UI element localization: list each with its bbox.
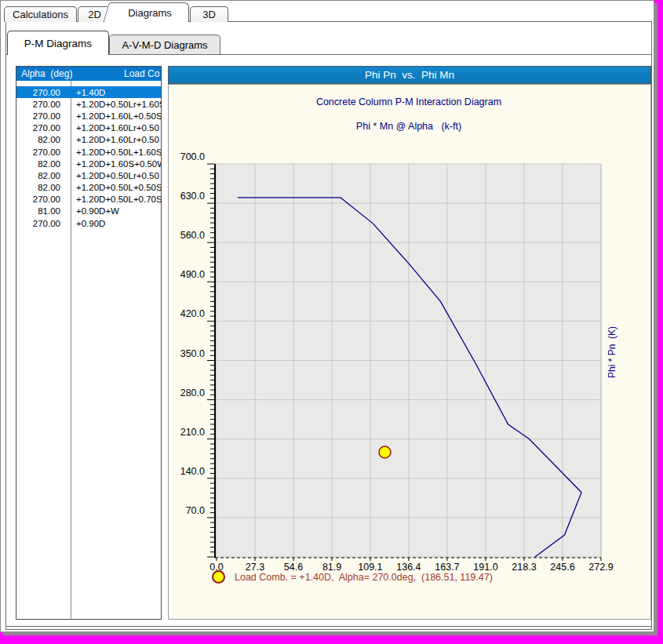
- pm-chart-svg: 70.0140.0210.0280.0350.0420.0490.0560.06…: [169, 85, 650, 619]
- cell-alpha: 270.00: [16, 219, 71, 228]
- table-row[interactable]: 81.00+0.90D+W: [16, 206, 161, 217]
- tab-2d-label: 2D: [88, 9, 101, 20]
- load-point-marker: [379, 446, 391, 458]
- svg-text:218.3: 218.3: [512, 562, 536, 573]
- table-row[interactable]: 82.00+1.20D+0.50Lr+0.50: [16, 169, 161, 181]
- svg-text:420.0: 420.0: [180, 308, 205, 319]
- cell-load-combination: +1.20D+0.50L+0.70S: [71, 195, 161, 204]
- cell-load-combination: +1.40D: [71, 88, 161, 97]
- diagrams-page: P-M Diagrams A-V-M-D Diagrams Alpha (deg…: [5, 21, 652, 630]
- chart-body: 70.0140.0210.0280.0350.0420.0490.0560.06…: [168, 84, 651, 620]
- column-header-alpha[interactable]: Alpha (deg): [21, 68, 72, 79]
- cell-alpha: 270.00: [16, 147, 71, 157]
- load-table-body: 270.00+1.40D270.00+1.20D+0.50Lr+1.60S270…: [16, 86, 161, 229]
- svg-text:140.0: 140.0: [180, 466, 205, 477]
- table-row[interactable]: 270.00+1.20D+0.50Lr+1.60S: [16, 98, 161, 110]
- chart-title: Concrete Column P-M Interaction Diagram: [217, 96, 601, 107]
- chart-legend: Load Comb. = +1.40D, Alpha= 270.0deg, (1…: [212, 570, 493, 584]
- cell-load-combination: +1.20D+0.50L+0.50S: [71, 183, 161, 192]
- cell-load-combination: +1.20D+0.50Lr+0.50: [71, 171, 161, 180]
- tab-pm-diagrams[interactable]: P-M Diagrams: [7, 31, 109, 55]
- app-window: Calculations 2D Diagrams 3D P-M Diagrams…: [0, 0, 654, 632]
- cell-alpha: 82.00: [16, 159, 71, 169]
- svg-text:630.0: 630.0: [180, 191, 205, 202]
- cell-load-combination: +1.20D+1.60Lr+0.50: [71, 123, 161, 133]
- table-row[interactable]: 270.00+1.20D+0.50L+1.60S: [16, 146, 161, 158]
- cell-load-combination: +0.90D+W: [71, 206, 161, 216]
- chart-y-axis-title: Phi * Pn (K): [607, 326, 617, 378]
- table-row[interactable]: 82.00+1.20D+1.60S+0.50W: [16, 158, 161, 169]
- cell-alpha: 270.00: [16, 111, 71, 121]
- table-header: Alpha (deg) Load Co: [16, 67, 161, 81]
- cell-alpha: 82.00: [16, 135, 71, 144]
- table-row[interactable]: 270.00+1.40D: [16, 86, 161, 98]
- subpage-bottom-border: [6, 626, 651, 627]
- svg-text:700.0: 700.0: [180, 151, 205, 162]
- tab-avmd-diagrams[interactable]: A-V-M-D Diagrams: [109, 35, 220, 55]
- tab-3d-label: 3D: [202, 9, 216, 20]
- cell-alpha: 270.00: [16, 88, 71, 97]
- tab-pm-diagrams-label: P-M Diagrams: [24, 38, 92, 49]
- load-combination-table: Alpha (deg) Load Co 270.00+1.40D270.00+1…: [16, 66, 162, 620]
- cell-load-combination: +0.90D: [71, 219, 161, 228]
- table-row[interactable]: 270.00+0.90D: [16, 217, 161, 229]
- tab-calculations-label: Calculations: [13, 9, 68, 20]
- table-row[interactable]: 270.00+1.20D+0.50L+0.70S: [16, 194, 161, 206]
- svg-text:210.0: 210.0: [180, 427, 205, 438]
- cell-alpha: 82.00: [16, 183, 71, 192]
- svg-text:490.0: 490.0: [180, 269, 205, 280]
- svg-text:280.0: 280.0: [180, 387, 205, 398]
- svg-text:245.6: 245.6: [550, 562, 574, 573]
- chart-x-axis-title: Phi * Mn @ Alpha (k-ft): [217, 121, 601, 132]
- tab-diagrams[interactable]: Diagrams: [111, 2, 189, 22]
- svg-text:70.0: 70.0: [186, 505, 205, 516]
- cell-load-combination: +1.20D+0.50L+1.60S: [71, 147, 161, 157]
- chart-title-bar-label: Phi Pn vs. Phi Mn: [365, 69, 454, 81]
- cell-alpha: 270.00: [16, 100, 71, 109]
- table-row[interactable]: 82.00+1.20D+1.60Lr+0.50: [16, 134, 161, 146]
- cell-alpha: 81.00: [16, 206, 71, 216]
- tab-diagrams-label: Diagrams: [128, 7, 172, 19]
- cell-load-combination: +1.20D+1.60S+0.50W: [71, 159, 161, 169]
- pm-chart-panel: Phi Pn vs. Phi Mn 70.0140.0210.0280.0350…: [168, 66, 651, 620]
- cell-alpha: 270.00: [16, 123, 71, 133]
- tab-calculations[interactable]: Calculations: [4, 6, 77, 22]
- cell-load-combination: +1.20D+1.60Lr+0.50: [71, 135, 161, 144]
- cell-load-combination: +1.20D+0.50Lr+1.60S: [71, 100, 161, 109]
- table-row[interactable]: 270.00+1.20D+1.60Lr+0.50: [16, 122, 161, 134]
- table-row[interactable]: 82.00+1.20D+0.50L+0.50S: [16, 182, 161, 194]
- cell-alpha: 270.00: [16, 195, 71, 204]
- column-header-load-combination[interactable]: Load Co: [124, 68, 159, 79]
- tab-3d[interactable]: 3D: [190, 6, 228, 22]
- chart-title-bar: Phi Pn vs. Phi Mn: [168, 66, 651, 84]
- svg-text:560.0: 560.0: [180, 230, 205, 241]
- legend-marker-icon: [212, 570, 225, 584]
- svg-text:272.9: 272.9: [588, 562, 613, 573]
- svg-text:350.0: 350.0: [180, 348, 205, 359]
- tab-avmd-diagrams-label: A-V-M-D Diagrams: [122, 39, 207, 51]
- cell-alpha: 82.00: [16, 171, 71, 180]
- cell-load-combination: +1.20D+1.60L+0.50S: [71, 111, 161, 121]
- table-row[interactable]: 270.00+1.20D+1.60L+0.50S: [16, 110, 161, 122]
- legend-text: Load Comb. = +1.40D, Alpha= 270.0deg, (1…: [235, 572, 493, 583]
